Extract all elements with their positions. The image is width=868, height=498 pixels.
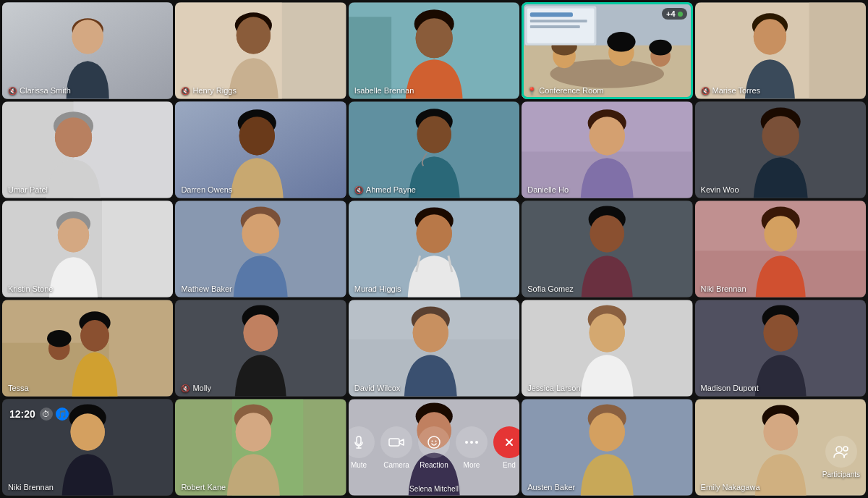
participant-cell: Madison Dupont [695,300,866,397]
svg-point-94 [412,313,448,352]
svg-point-124 [475,441,478,444]
camera-icon [380,426,412,458]
svg-point-136 [843,447,848,451]
participant-cell: Darren Owens [175,101,346,198]
participant-name: Darren Owens [181,185,232,194]
more-icon [456,426,488,458]
svg-point-85 [80,320,109,351]
svg-point-78 [764,216,796,251]
svg-rect-30 [809,3,866,99]
participant-name: Tessa [8,384,29,392]
participant-name: Niki Brennan [701,284,746,293]
participant-name: Niki Brennan [8,483,54,491]
participant-cell: Robert Kane [175,399,346,496]
participant-cell: Murad Higgis [349,201,519,297]
svg-point-89 [244,314,278,351]
participant-cell: Emily Nakagawa Participants [695,399,866,496]
svg-point-98 [590,313,625,352]
svg-point-47 [417,116,451,153]
more-label: More [464,461,480,469]
participant-cell: Niki Brennan [695,201,866,297]
end-button[interactable]: End [493,426,519,469]
svg-point-122 [465,441,468,444]
svg-point-120 [432,440,433,442]
more-button[interactable]: More [456,426,488,469]
svg-point-123 [470,441,473,444]
timer-icon: ⏱ [40,408,53,421]
participant-name: Emily Nakagawa [701,483,760,491]
svg-point-9 [237,17,271,54]
svg-point-56 [762,116,799,156]
participant-name: Sofia Gomez [527,284,574,293]
participant-name: 📍 Conference Room [527,86,603,95]
mute-label: Mute [351,461,367,469]
mute-button[interactable]: Mute [349,426,375,469]
conference-room-cell: 📍 Conference Room +4 [522,2,692,99]
participant-name: 🔇 Clarissa Smith [8,86,71,95]
camera-button[interactable]: Camera [380,426,412,469]
end-icon [493,426,519,458]
svg-point-52 [590,117,625,155]
time-display: 12:20 ⏱ 🎵 [9,408,69,421]
participants-button[interactable] [825,436,857,468]
mute-icon [349,426,375,458]
svg-point-106 [71,413,105,450]
reaction-icon [418,426,450,458]
participant-cell: Jessica Larson [522,300,692,397]
participant-name: Murad Higgis [354,284,401,293]
participant-cell: 🔇 Henry Riggs [175,2,346,99]
svg-point-82 [47,330,71,347]
participant-name: Danielle Ho [527,185,569,194]
participant-cell: Sofia Gomez [522,201,692,297]
participant-name: Kevin Woo [701,185,739,194]
svg-point-69 [416,214,451,253]
svg-point-119 [428,436,440,448]
plus-badge: +4 [662,8,687,20]
participant-name: Jessica Larson [527,384,580,392]
participant-name: David Wilcox [354,384,401,392]
participant-cell: 12:20 ⏱ 🎵 Niki Brennan [2,399,173,496]
participant-cell: Kevin Woo [695,101,866,198]
svg-point-43 [239,117,275,155]
participant-name: 🔇 Molly [181,384,211,392]
svg-point-111 [236,413,271,451]
svg-rect-27 [530,20,587,22]
svg-rect-58 [102,201,173,297]
participant-name: Madison Dupont [701,384,759,392]
participant-name: 🔇 Henry Riggs [181,86,237,95]
svg-point-14 [415,18,452,58]
participant-name: Isabelle Brennan [354,86,414,95]
svg-point-38 [55,117,92,157]
svg-point-4 [72,20,103,54]
svg-point-121 [435,440,437,442]
participant-cell: Umar Patel [2,101,173,198]
bluetooth-icon: 🎵 [56,408,69,421]
participant-cell: Austen Baker [522,399,692,496]
svg-rect-28 [530,25,580,28]
svg-point-73 [590,215,624,252]
svg-point-61 [58,218,89,252]
svg-rect-26 [530,12,573,17]
participant-name: Umar Patel [8,185,48,194]
participant-name: 🔇 Marise Torres [701,86,760,95]
svg-point-134 [763,413,797,450]
reaction-button[interactable]: Reaction [418,426,450,469]
svg-rect-118 [389,439,399,446]
svg-point-23 [650,40,673,56]
participant-cell: 🔇 Ahmed Payne [349,101,519,198]
svg-point-130 [590,413,625,451]
participant-cell: Danielle Ho [522,101,692,198]
reaction-label: Reaction [420,461,448,469]
svg-point-102 [763,314,797,351]
end-label: End [503,461,516,469]
participant-name: 🔇 Ahmed Payne [354,185,416,194]
participant-cell: 🔇 Molly [175,300,346,397]
svg-point-65 [242,214,279,253]
toolbar-cell: Selena Mitchell Mute Camera Reaction [349,399,519,496]
participant-cell: 🔇 Marise Torres [695,2,866,99]
participant-cell: Isabelle Brennan [349,2,519,99]
participant-cell: Tessa [2,300,173,397]
svg-point-33 [753,19,786,54]
participant-name: Robert Kane [181,483,226,491]
participant-cell: Mathew Baker [175,201,346,297]
